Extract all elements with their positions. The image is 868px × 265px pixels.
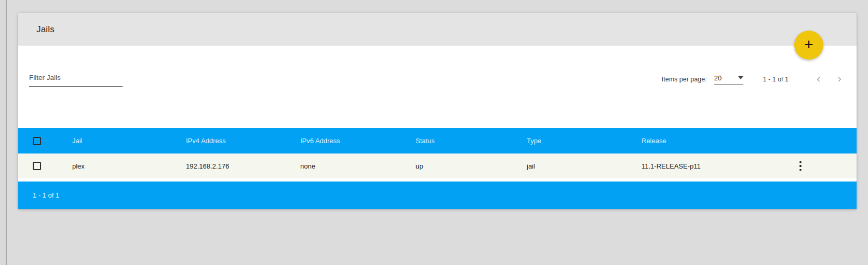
column-header-ipv6: IPv6 Address bbox=[300, 137, 416, 145]
filter-jails-input[interactable] bbox=[29, 71, 123, 87]
footer-range-label: 1 - 1 of 1 bbox=[33, 191, 59, 199]
add-jail-button[interactable]: + bbox=[794, 31, 823, 60]
jails-page: Jails + Items per page: 20 1 - 1 of 1 bbox=[0, 0, 868, 265]
select-all-checkbox[interactable] bbox=[33, 137, 41, 145]
row-checkbox[interactable] bbox=[33, 162, 41, 170]
page-size-value: 20 bbox=[714, 74, 722, 82]
table-header-row: Jail IPv4 Address IPv6 Address Status Ty… bbox=[18, 128, 857, 154]
column-header-jail: Jail bbox=[72, 137, 186, 145]
cell-release: 11.1-RELEASE-p11 bbox=[642, 162, 787, 170]
page-title: Jails bbox=[36, 24, 55, 35]
next-page-button[interactable] bbox=[833, 73, 846, 86]
select-all-cell bbox=[18, 137, 72, 145]
dropdown-arrow-icon bbox=[738, 76, 743, 79]
cell-status: up bbox=[416, 162, 527, 170]
row-actions-cell bbox=[787, 159, 857, 173]
table-footer: 1 - 1 of 1 bbox=[18, 182, 857, 209]
items-per-page-label: Items per page: bbox=[662, 76, 707, 83]
chevron-left-icon bbox=[815, 76, 822, 83]
cell-jail: plex bbox=[72, 162, 186, 170]
row-menu-button[interactable] bbox=[793, 159, 808, 173]
plus-icon: + bbox=[804, 37, 813, 52]
row-select-cell bbox=[18, 162, 72, 170]
cell-type: jail bbox=[527, 162, 642, 170]
cell-ipv6: none bbox=[300, 162, 416, 170]
column-header-release: Release bbox=[642, 137, 787, 145]
jails-card: Jails + Items per page: 20 1 - 1 of 1 bbox=[18, 13, 857, 209]
table-row: plex 192.168.2.176 none up jail 11.1-REL… bbox=[18, 154, 857, 178]
kebab-menu-icon bbox=[799, 161, 802, 171]
card-header: Jails bbox=[18, 13, 857, 46]
previous-page-button[interactable] bbox=[812, 73, 825, 86]
paginator: Items per page: 20 1 - 1 of 1 bbox=[662, 72, 846, 87]
sidebar-edge-divider bbox=[0, 0, 7, 265]
column-header-ipv4: IPv4 Address bbox=[186, 137, 300, 145]
paginator-range-label: 1 - 1 of 1 bbox=[763, 76, 789, 83]
column-header-status: Status bbox=[416, 137, 527, 145]
page-size-select[interactable]: 20 bbox=[714, 74, 743, 85]
column-header-type: Type bbox=[527, 137, 642, 145]
cell-ipv4: 192.168.2.176 bbox=[186, 162, 300, 170]
chevron-right-icon bbox=[836, 76, 843, 83]
